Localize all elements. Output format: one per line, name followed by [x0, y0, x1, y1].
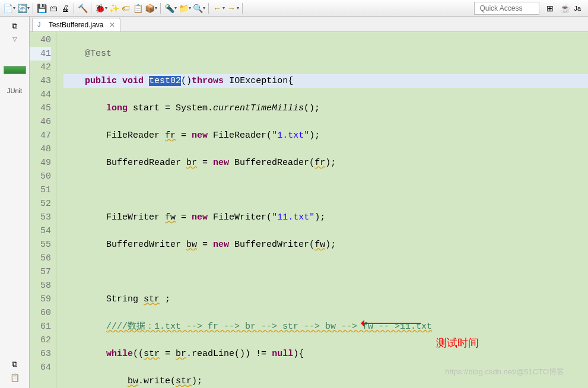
chevron-down-icon[interactable]: ▾: [174, 5, 177, 11]
watermark: https://blog.csdn.net/@51CTO博客: [445, 367, 564, 377]
line-number: 55: [30, 238, 51, 252]
code-content[interactable]: @Test public void test02()throws IOExcep…: [56, 32, 588, 388]
editor-tab[interactable]: J TestBuffered.java ✕: [32, 18, 120, 31]
line-number: 47: [30, 129, 51, 142]
tag-icon[interactable]: 🏷: [120, 3, 131, 14]
line-number: 52: [30, 197, 51, 211]
kw: new: [213, 240, 229, 250]
txt: ;: [160, 294, 170, 304]
line-number: 41: [30, 47, 51, 61]
txt: ){: [293, 349, 304, 359]
flashlight-icon[interactable]: 🔦: [164, 3, 174, 14]
chevron-down-icon[interactable]: ▾: [223, 5, 225, 11]
line-number: 43: [30, 74, 51, 88]
close-icon[interactable]: ✕: [109, 21, 115, 29]
separator: [160, 3, 161, 14]
left-panel: ⧉ ▽ JUnit ⧉ 📋: [0, 17, 30, 388]
txt: String: [106, 294, 144, 304]
kw: throws: [192, 76, 224, 86]
line-number: 62: [30, 333, 51, 347]
chevron-down-icon[interactable]: ▾: [189, 5, 191, 11]
annotation-text: 测试时间: [436, 336, 479, 350]
back-icon[interactable]: ←: [212, 3, 223, 14]
list-icon[interactable]: 📋: [132, 3, 143, 14]
txt: (): [181, 76, 192, 86]
var: fw: [165, 212, 176, 222]
txt: FileReader(: [208, 131, 272, 141]
line-number: 51: [30, 183, 51, 197]
txt: .write(: [138, 376, 176, 386]
structure-icon[interactable]: ⧉: [9, 360, 20, 369]
txt: .readLine()) !=: [186, 349, 272, 359]
folder-icon[interactable]: 📁: [178, 3, 189, 14]
line-number: 60: [30, 306, 51, 320]
forward-icon[interactable]: →: [226, 3, 237, 14]
line-number: 61: [30, 320, 51, 333]
quick-access-input[interactable]: [474, 2, 539, 15]
txt: );: [325, 240, 336, 250]
chevron-down-icon[interactable]: ▾: [27, 5, 30, 11]
debug-icon[interactable]: 🐞: [94, 3, 105, 14]
line-number: 50: [30, 170, 51, 183]
toolbar: 📄 ▾ 🔄 ▾ 💾 🗃 🖨 🔨 🐞 ▾ ✨ 🏷 📋 📦 ▾ 🔦 ▾ 📁 ▾ 🔍 …: [0, 0, 588, 17]
chevron-down-icon[interactable]: ▾: [105, 5, 107, 11]
line-number: 56: [30, 252, 51, 265]
var: br: [186, 158, 197, 168]
txt: ((: [133, 349, 144, 359]
method: currentTimeMillis: [213, 103, 304, 113]
line-number: 48: [30, 142, 51, 156]
perspective-switcher: ⊞ ☕ Ja: [544, 2, 586, 14]
txt: FileWriter(: [208, 212, 272, 222]
print-icon[interactable]: 🖨: [60, 3, 71, 14]
kw: new: [192, 212, 208, 222]
var: str: [176, 376, 192, 386]
save-all-icon[interactable]: 🗃: [48, 3, 59, 14]
junit-progress[interactable]: [4, 66, 26, 74]
line-gutter: 40 41 42 43 44 45 46 47 48 49 50 51 52 5…: [30, 32, 56, 388]
txt: IOException{: [224, 76, 293, 86]
separator: [74, 3, 74, 14]
selection: test02: [149, 76, 181, 86]
txt: );: [314, 212, 325, 222]
minimize-icon[interactable]: ▽: [12, 36, 17, 42]
txt: BufferedWriter(: [229, 240, 314, 250]
txt: FileWriter: [106, 212, 165, 222]
kw: null: [272, 349, 293, 359]
line-number: 59: [30, 292, 51, 306]
separator: [33, 3, 33, 14]
separator: [242, 3, 243, 14]
var: bw: [186, 240, 197, 250]
txt: BufferedReader: [106, 158, 186, 168]
line-number: 49: [30, 156, 51, 170]
var: fr: [165, 131, 176, 141]
box-icon[interactable]: 📦: [144, 3, 155, 14]
restore-icon[interactable]: ⧉: [9, 21, 20, 31]
line-number: 42: [30, 61, 51, 74]
refresh-icon[interactable]: 🔄: [17, 3, 27, 14]
kw: while: [106, 349, 133, 359]
chevron-down-icon[interactable]: ▾: [13, 5, 15, 11]
build-icon[interactable]: 🔨: [77, 3, 88, 14]
open-perspective-icon[interactable]: ⊞: [544, 2, 556, 14]
chevron-down-icon[interactable]: ▾: [155, 5, 157, 11]
str: "11.txt": [272, 212, 314, 222]
chevron-down-icon[interactable]: ▾: [237, 5, 239, 11]
java-perspective-label: Ja: [574, 5, 581, 12]
wand-icon[interactable]: ✨: [109, 3, 119, 14]
chevron-down-icon[interactable]: ▾: [203, 5, 205, 11]
search-icon[interactable]: 🔍: [192, 3, 203, 14]
txt: =: [176, 212, 192, 222]
java-perspective-button[interactable]: ☕: [559, 2, 571, 14]
kw: void: [122, 76, 144, 86]
outline-icon[interactable]: 📋: [9, 373, 20, 382]
var: str: [144, 349, 160, 359]
code-area[interactable]: 40 41 42 43 44 45 46 47 48 49 50 51 52 5…: [30, 32, 588, 388]
new-icon[interactable]: 📄: [2, 3, 13, 14]
tab-filename: TestBuffered.java: [49, 21, 104, 29]
editor-panel: J TestBuffered.java ✕ 40 41 42 43 44 45 …: [30, 17, 588, 388]
line-number: 58: [30, 279, 51, 292]
txt: start = System.: [128, 103, 213, 113]
junit-view[interactable]: JUnit: [7, 87, 22, 94]
save-icon[interactable]: 💾: [36, 3, 47, 14]
var: bw: [128, 376, 138, 386]
